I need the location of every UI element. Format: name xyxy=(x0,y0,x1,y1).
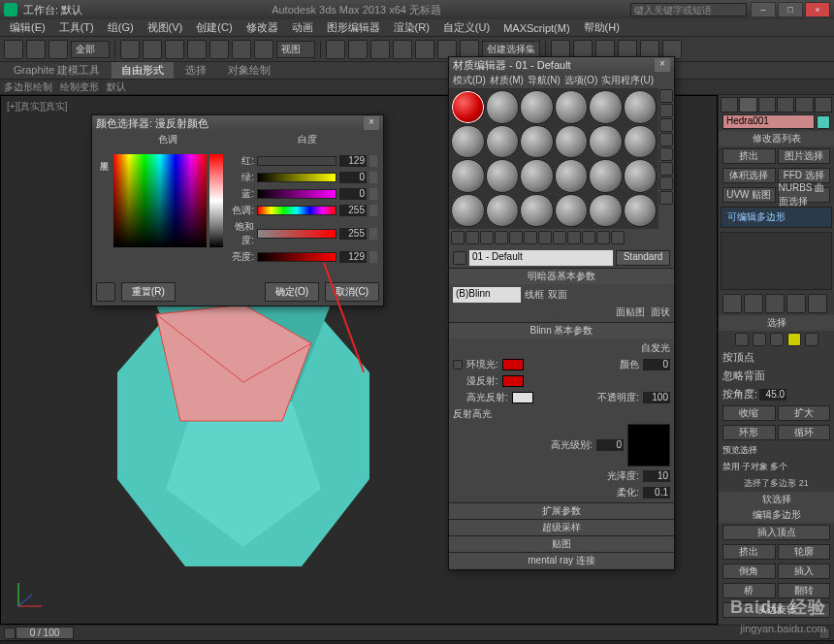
refcoord-combo[interactable]: 视图 xyxy=(276,41,315,58)
modifier-list-label[interactable]: 修改器列表 xyxy=(719,131,834,146)
selfillum-value[interactable]: 0 xyxy=(643,359,670,370)
sample-slot[interactable] xyxy=(520,90,554,124)
menu-group[interactable]: 组(G) xyxy=(102,19,140,36)
maximize-button[interactable]: □ xyxy=(778,2,803,17)
sample-slot[interactable] xyxy=(624,125,658,159)
matmenu-material[interactable]: 材质(M) xyxy=(490,74,524,87)
shader-combo[interactable]: (B)Blinn xyxy=(453,287,521,303)
cb-wire[interactable]: 线框 xyxy=(525,288,544,302)
percent-snap-icon[interactable] xyxy=(370,40,390,59)
blinn-rollout[interactable]: Blinn 基本参数 xyxy=(449,323,674,338)
green-value[interactable]: 0 xyxy=(339,172,367,183)
s-value[interactable]: 255 xyxy=(339,228,367,240)
matmenu-mode[interactable]: 模式(D) xyxy=(453,74,486,87)
sample-slot[interactable] xyxy=(555,90,589,124)
time-position[interactable]: 0 / 100 xyxy=(16,627,74,639)
red-slider[interactable] xyxy=(257,156,337,166)
sample-slot[interactable] xyxy=(520,194,554,228)
pick-mat-icon[interactable] xyxy=(453,251,466,265)
sample-slot[interactable] xyxy=(624,90,658,124)
menu-edit[interactable]: 编辑(E) xyxy=(4,19,51,36)
color-swatch[interactable] xyxy=(817,115,830,129)
subribbon-polypaint[interactable]: 多边形绘制 xyxy=(4,80,52,94)
rollout-supersample[interactable]: 超级采样 xyxy=(449,519,674,535)
opacity-value[interactable]: 100 xyxy=(643,392,670,403)
red-spinner[interactable] xyxy=(369,155,377,167)
cb-faceted[interactable]: 面状 xyxy=(651,306,670,319)
cb-facemap[interactable]: 面贴图 xyxy=(616,306,645,319)
specular-swatch[interactable] xyxy=(512,392,533,403)
mirror-icon[interactable] xyxy=(415,40,434,59)
cb-color[interactable]: 颜色 xyxy=(620,358,639,371)
ok-button[interactable]: 确定(O) xyxy=(265,282,319,302)
v-spinner[interactable] xyxy=(369,251,377,263)
cb-byangle[interactable]: 按角度: xyxy=(722,387,757,402)
btn-insvertex[interactable]: 插入顶点 xyxy=(722,525,830,540)
backlight-icon[interactable] xyxy=(659,104,673,117)
reset-map-icon[interactable] xyxy=(495,231,508,244)
ribbon-tab-freeform[interactable]: 自由形式 xyxy=(112,62,174,79)
options-icon[interactable] xyxy=(659,177,673,190)
green-slider[interactable] xyxy=(257,173,337,182)
ambient-lock-icon[interactable] xyxy=(453,360,463,370)
soften-value[interactable]: 0.1 xyxy=(643,487,670,499)
snap-icon[interactable] xyxy=(326,40,345,59)
sample-slot[interactable] xyxy=(589,159,623,193)
sample-slot[interactable] xyxy=(486,194,520,228)
tab-hierarchy[interactable] xyxy=(758,97,776,113)
selection-rollout[interactable]: 选择 xyxy=(719,315,834,331)
btn-inset[interactable]: 插入 xyxy=(778,564,831,579)
sample-slot[interactable] xyxy=(451,125,485,159)
video-check-icon[interactable] xyxy=(659,147,673,161)
modifier-stack[interactable] xyxy=(721,232,832,290)
redo-icon[interactable] xyxy=(26,40,46,59)
named-selset[interactable]: 创建选择集 xyxy=(482,41,540,58)
hue-sat-field[interactable] xyxy=(113,154,207,247)
unique-icon[interactable] xyxy=(765,294,785,313)
sample-slot[interactable] xyxy=(486,125,520,159)
background-icon[interactable] xyxy=(659,118,673,132)
rb-multi[interactable]: 多个 xyxy=(770,461,787,473)
btn-outline[interactable]: 轮廓 xyxy=(778,544,831,560)
rollout-mentalray[interactable]: mental ray 连接 xyxy=(449,552,674,568)
menu-create[interactable]: 创建(C) xyxy=(190,19,238,36)
sample-slot[interactable] xyxy=(589,90,623,124)
btn-volselect[interactable]: 体积选择 xyxy=(722,168,776,183)
h-spinner[interactable] xyxy=(369,205,377,216)
s-spinner[interactable] xyxy=(369,228,377,240)
menu-customize[interactable]: 自定义(U) xyxy=(437,19,496,36)
subribbon-default[interactable]: 默认 xyxy=(107,80,126,94)
minimize-button[interactable]: – xyxy=(751,2,776,17)
viewport-label[interactable]: [+][真实][真实] xyxy=(7,100,68,113)
configure-icon[interactable] xyxy=(808,294,827,313)
sample-slot[interactable] xyxy=(624,159,658,193)
sample-slot-1[interactable] xyxy=(451,90,485,124)
make-copy-icon[interactable] xyxy=(509,231,523,244)
ribbon-tab-graphite[interactable]: Graphite 建模工具 xyxy=(4,62,110,79)
object-name-field[interactable]: Hedra001 xyxy=(722,114,815,129)
menu-tools[interactable]: 工具(T) xyxy=(53,19,100,36)
show-map-icon[interactable] xyxy=(567,231,581,244)
ribbon-tab-selection[interactable]: 选择 xyxy=(176,62,216,79)
get-material-icon[interactable] xyxy=(451,231,465,244)
eyedropper-icon[interactable] xyxy=(96,282,115,302)
timeline-track[interactable] xyxy=(0,640,834,644)
tab-utilities[interactable] xyxy=(815,97,832,113)
tab-create[interactable] xyxy=(721,97,738,113)
put-to-lib-icon[interactable] xyxy=(538,231,552,244)
speclevel-value[interactable]: 0 xyxy=(596,439,624,451)
cb-ignoreback[interactable]: 忽略背面 xyxy=(722,369,765,383)
angle-field[interactable]: 45.0 xyxy=(759,389,786,401)
sample-slot[interactable] xyxy=(451,159,485,193)
tab-motion[interactable] xyxy=(777,97,794,113)
sample-slot[interactable] xyxy=(624,194,658,228)
blue-spinner[interactable] xyxy=(369,188,377,200)
edge-subobj-icon[interactable] xyxy=(753,333,766,346)
select-name-icon[interactable] xyxy=(143,40,162,59)
cb-byvertex[interactable]: 按顶点 xyxy=(722,350,754,365)
hue-slider[interactable] xyxy=(257,206,337,215)
menu-grapheditors[interactable]: 图形编辑器 xyxy=(321,19,386,36)
diffuse-swatch[interactable] xyxy=(502,375,524,387)
menu-help[interactable]: 帮助(H) xyxy=(578,19,626,36)
menu-maxscript[interactable]: MAXScript(M) xyxy=(497,21,575,35)
